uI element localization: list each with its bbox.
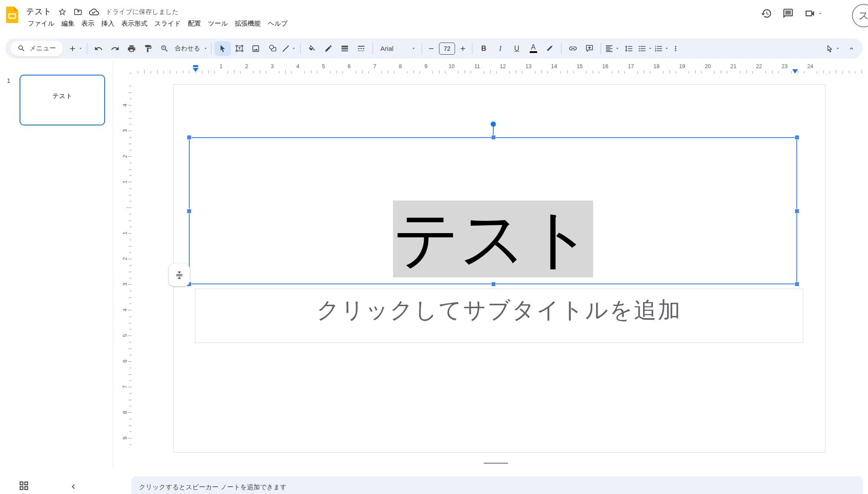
subtitle-placeholder-box[interactable]: クリックしてサブタイトルを追加 <box>195 289 803 343</box>
search-menus-button[interactable]: メニュー <box>10 41 63 56</box>
slides-logo-icon[interactable] <box>6 7 18 23</box>
chevron-up-icon <box>848 45 855 52</box>
border-dash-icon <box>357 44 366 53</box>
bulleted-list-button[interactable] <box>637 41 653 56</box>
highlight-color-button[interactable] <box>541 41 558 56</box>
bulleted-list-icon <box>638 44 647 53</box>
more-options-button[interactable] <box>670 41 681 56</box>
fill-color-button[interactable] <box>304 41 320 56</box>
cursor-icon <box>218 44 227 53</box>
right-indent-marker[interactable] <box>792 69 798 74</box>
border-color-button[interactable] <box>320 41 337 56</box>
document-title[interactable]: テスト <box>26 6 51 17</box>
cloud-saved-icon[interactable] <box>89 7 99 17</box>
history-icon[interactable] <box>761 8 772 19</box>
add-comment-icon <box>585 44 594 53</box>
comments-icon[interactable] <box>782 8 794 19</box>
avatar[interactable]: ス <box>852 4 868 27</box>
underline-button[interactable]: U <box>508 41 525 56</box>
print-icon <box>127 44 136 53</box>
zoom-in-button[interactable] <box>156 41 173 56</box>
print-button[interactable] <box>123 41 140 56</box>
menu-item[interactable]: 表示形式 <box>118 18 151 29</box>
redo-icon <box>111 44 119 53</box>
chevron-down-icon <box>818 11 823 16</box>
line-spacing-button[interactable] <box>620 41 637 56</box>
italic-button[interactable]: I <box>492 41 508 56</box>
slide-thumbnail[interactable]: テスト <box>20 75 105 125</box>
insert-image-button[interactable] <box>248 41 264 56</box>
resize-handle-top-left[interactable] <box>187 135 191 140</box>
menu-item[interactable]: 配置 <box>185 18 205 29</box>
grid-view-button[interactable] <box>18 480 30 491</box>
border-dash-button[interactable] <box>353 41 370 56</box>
resize-handle-bottom-center[interactable] <box>491 282 496 287</box>
move-folder-icon[interactable] <box>73 7 83 16</box>
notes-resize-handle[interactable] <box>484 463 508 464</box>
menu-item[interactable]: 編集 <box>58 18 78 29</box>
border-weight-button[interactable] <box>337 41 353 56</box>
decrease-font-size-button[interactable] <box>425 41 437 56</box>
menu-item[interactable]: ツール <box>205 18 231 29</box>
star-icon[interactable] <box>58 7 67 16</box>
text-box-icon <box>235 44 244 53</box>
insert-line-button[interactable] <box>281 41 297 56</box>
divider <box>87 43 87 54</box>
collapse-toolbar-button[interactable] <box>845 41 858 56</box>
bold-icon: B <box>477 45 490 53</box>
zoom-fit-button[interactable]: 合わせる <box>173 41 208 56</box>
vertical-align-button[interactable] <box>169 263 190 286</box>
text-color-button[interactable]: A <box>525 41 541 56</box>
divider <box>561 43 561 54</box>
resize-handle-bottom-right[interactable] <box>795 282 799 287</box>
new-slide-button[interactable] <box>67 41 84 56</box>
font-size-input[interactable]: 72 <box>439 43 455 55</box>
numbered-list-icon <box>654 44 663 53</box>
rotation-handle[interactable] <box>491 122 496 127</box>
increase-font-size-button[interactable] <box>457 41 469 56</box>
undo-icon <box>94 44 103 53</box>
menu-item[interactable]: スライド <box>151 18 184 29</box>
menu-item[interactable]: 挿入 <box>98 18 118 29</box>
image-icon <box>251 44 260 53</box>
title-text-box-selected[interactable]: テスト <box>189 137 797 284</box>
resize-handle-top-center[interactable] <box>491 135 496 140</box>
insert-shape-button[interactable] <box>264 41 281 56</box>
select-tool-button[interactable] <box>215 41 231 56</box>
add-comment-button[interactable] <box>581 41 597 56</box>
search-label: メニュー <box>30 44 56 53</box>
chevron-left-icon <box>69 482 78 491</box>
align-button[interactable] <box>604 41 620 56</box>
insert-link-button[interactable] <box>564 41 581 56</box>
font-family-value: Arial <box>379 45 395 52</box>
redo-button[interactable] <box>107 41 123 56</box>
resize-handle-middle-left[interactable] <box>187 209 191 214</box>
font-family-select[interactable]: Arial <box>376 41 419 56</box>
pen-tools-button[interactable] <box>825 41 841 56</box>
chevron-down-icon <box>648 46 653 51</box>
menu-item[interactable]: ファイル <box>24 18 58 29</box>
meet-camera-button[interactable] <box>804 8 823 19</box>
slide-title-text[interactable]: テスト <box>393 201 593 277</box>
resize-handle-middle-right[interactable] <box>795 209 799 214</box>
bold-button[interactable]: B <box>475 41 492 56</box>
left-indent-marker[interactable] <box>192 65 199 72</box>
divider <box>472 43 472 54</box>
numbered-list-button[interactable] <box>653 41 670 56</box>
pointer-icon <box>825 44 834 53</box>
toolbar: メニュー 合わせる <box>5 38 863 59</box>
fit-label: 合わせる <box>173 44 202 53</box>
speaker-notes-bar[interactable]: クリックするとスピーカー ノートを追加できます <box>131 476 863 494</box>
divider <box>211 43 211 54</box>
menu-item[interactable]: ヘルプ <box>264 18 291 29</box>
resize-handle-top-right[interactable] <box>795 135 799 140</box>
chevron-down-icon <box>835 46 840 51</box>
menu-item[interactable]: 表示 <box>78 18 98 29</box>
collapse-filmstrip-button[interactable] <box>69 482 78 491</box>
paint-format-button[interactable] <box>140 41 156 56</box>
search-icon <box>17 44 26 53</box>
undo-button[interactable] <box>90 41 107 56</box>
menu-item[interactable]: 拡張機能 <box>231 18 264 29</box>
text-box-button[interactable] <box>231 41 248 56</box>
horizontal-ruler: 123456789101112131415161718192021222324 <box>135 63 868 75</box>
